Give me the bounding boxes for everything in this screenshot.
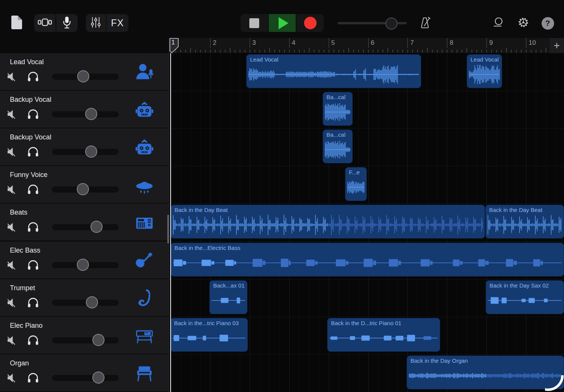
- track-header[interactable]: Backup Vocal: [0, 91, 169, 128]
- mute-button[interactable]: [5, 107, 19, 121]
- track-header[interactable]: Beats: [0, 204, 169, 241]
- mute-button[interactable]: [5, 371, 19, 385]
- track-header[interactable]: Trumpet: [0, 279, 169, 317]
- audio-region[interactable]: Back in the Day Organ: [407, 356, 564, 389]
- track-name: Backup Vocal: [10, 133, 51, 141]
- audio-region[interactable]: Back in the...Electric Bass: [171, 243, 564, 277]
- track-header[interactable]: Elec Piano: [0, 317, 169, 354]
- track-volume-slider[interactable]: [52, 224, 119, 230]
- playhead-handle[interactable]: 1: [170, 38, 179, 53]
- audio-region[interactable]: Back in the Day Beat: [485, 205, 564, 239]
- mute-button[interactable]: [5, 334, 19, 347]
- electric-piano-instrument-button[interactable]: [134, 325, 155, 346]
- track-volume-knob[interactable]: [85, 145, 97, 158]
- audio-region[interactable]: Back in the...tric Piano 03: [170, 318, 248, 352]
- robot-instrument-button[interactable]: [134, 99, 155, 120]
- headphones-button[interactable]: [27, 183, 40, 196]
- robot-instrument-button[interactable]: [134, 137, 155, 158]
- mute-button[interactable]: [5, 296, 19, 310]
- loop-browser-button[interactable]: [491, 16, 506, 30]
- play-button[interactable]: [269, 14, 296, 32]
- singer-instrument-button[interactable]: [134, 62, 155, 83]
- fx-button[interactable]: FX: [106, 14, 128, 32]
- my-songs-button[interactable]: [9, 16, 24, 30]
- stop-button[interactable]: [241, 14, 268, 32]
- track-volume-knob[interactable]: [90, 221, 103, 233]
- track-volume-slider[interactable]: [52, 337, 119, 343]
- audio-region[interactable]: Lead Vocal: [467, 54, 502, 88]
- track-controls-button[interactable]: [86, 14, 106, 32]
- headphones-button[interactable]: [27, 334, 40, 347]
- track-volume-slider[interactable]: [52, 111, 119, 117]
- waveform: [172, 251, 562, 275]
- metronome-button[interactable]: [417, 16, 433, 30]
- headphones-button[interactable]: [27, 296, 40, 310]
- track-volume-slider[interactable]: [52, 375, 119, 381]
- headphones-button[interactable]: [27, 371, 40, 385]
- mute-button[interactable]: [5, 70, 19, 84]
- audio-region[interactable]: F...e: [345, 167, 367, 201]
- track-volume-slider[interactable]: [52, 262, 119, 268]
- headphones-button[interactable]: [27, 70, 40, 84]
- settings-button[interactable]: [516, 16, 531, 30]
- track-name: Elec Bass: [10, 247, 40, 254]
- master-volume-slider[interactable]: [337, 17, 407, 29]
- saxophone-instrument-button[interactable]: [134, 288, 155, 309]
- bar-ruler[interactable]: 12345678910+: [170, 38, 564, 54]
- mute-button[interactable]: [5, 220, 19, 234]
- garageband-app: 9:41 AM: [0, 0, 564, 392]
- track-volume-slider[interactable]: [52, 149, 119, 155]
- track-volume-knob[interactable]: [77, 70, 89, 82]
- record-button[interactable]: [296, 14, 324, 32]
- region-label: Back in the...Electric Bass: [174, 245, 240, 251]
- audio-region[interactable]: Back in the Day Beat: [171, 205, 485, 239]
- headphones-button[interactable]: [27, 220, 40, 234]
- help-button[interactable]: ?: [541, 17, 554, 30]
- track-volume-knob[interactable]: [92, 334, 105, 346]
- bass-guitar-instrument-button[interactable]: [134, 250, 155, 271]
- add-bars-button[interactable]: +: [550, 38, 564, 53]
- playhead-line[interactable]: [170, 53, 171, 392]
- track-header[interactable]: Backup Vocal: [0, 128, 169, 166]
- audio-region[interactable]: Back in the Day Sax 02: [486, 280, 564, 314]
- headphones-button[interactable]: [27, 258, 40, 272]
- headphones-button[interactable]: [27, 145, 40, 159]
- track-header[interactable]: Lead Vocal: [0, 53, 169, 91]
- drum-machine-instrument-button[interactable]: [134, 212, 155, 233]
- waveform: [487, 289, 562, 312]
- track-volume-knob[interactable]: [77, 259, 89, 271]
- track-volume-slider[interactable]: [52, 300, 119, 306]
- track-name: Lead Vocal: [10, 58, 44, 66]
- track-header[interactable]: Elec Bass: [0, 242, 169, 279]
- waveform: [329, 326, 439, 350]
- track-header[interactable]: Funny Voice: [0, 166, 169, 204]
- mute-button[interactable]: [5, 183, 19, 196]
- audio-region[interactable]: Back...ax 01: [209, 280, 247, 314]
- mute-button[interactable]: [5, 145, 19, 159]
- region-label: Lead Vocal: [250, 56, 278, 63]
- ufo-instrument-button[interactable]: [134, 174, 155, 196]
- audio-region[interactable]: Ba...cal: [323, 92, 353, 126]
- region-label: Back in the Day Organ: [410, 357, 468, 364]
- region-label: Back in the Day Sax 02: [490, 282, 549, 289]
- track-volume-knob[interactable]: [92, 371, 105, 384]
- track-view-button[interactable]: [34, 14, 55, 32]
- bar-number: 6: [371, 39, 374, 47]
- mute-button[interactable]: [5, 258, 19, 272]
- audio-region[interactable]: Lead Vocal: [246, 54, 421, 88]
- speaker-muted-icon: [5, 379, 19, 386]
- audio-region[interactable]: Ba...cal: [323, 130, 353, 163]
- arrangement-area[interactable]: Lead VocalLead VocalBa...calBa...calF...…: [170, 53, 564, 392]
- track-header[interactable]: Organ: [0, 354, 169, 392]
- track-volume-knob[interactable]: [77, 183, 89, 195]
- vertical-scrollbar-thumb[interactable]: [167, 215, 169, 243]
- track-volume-knob[interactable]: [85, 108, 97, 120]
- slider-knob[interactable]: [385, 17, 398, 30]
- organ-instrument-button[interactable]: [134, 363, 155, 384]
- track-volume-knob[interactable]: [86, 296, 98, 308]
- microphone-button[interactable]: [56, 14, 78, 32]
- track-volume-slider[interactable]: [52, 74, 119, 80]
- headphones-button[interactable]: [27, 107, 40, 121]
- track-volume-slider[interactable]: [52, 187, 119, 193]
- audio-region[interactable]: Back in the D...tric Piano 01: [327, 318, 440, 352]
